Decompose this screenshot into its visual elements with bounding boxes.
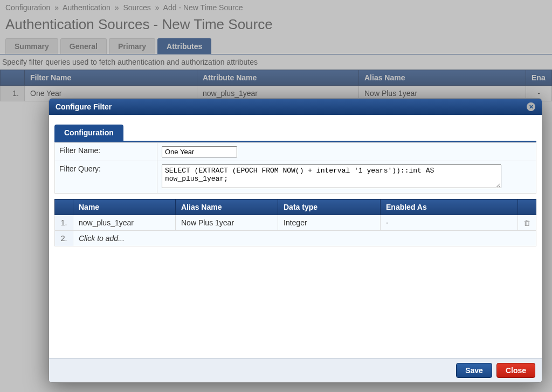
- crumb-sep: »: [155, 3, 160, 12]
- tab-description: Specify filter queries used to fetch aut…: [0, 54, 552, 70]
- crumb-sources[interactable]: Sources: [123, 3, 150, 12]
- crumb-configuration[interactable]: Configuration: [5, 3, 50, 12]
- filter-name-input[interactable]: [162, 146, 237, 157]
- col-name: Name: [73, 200, 176, 215]
- close-icon[interactable]: ✕: [527, 102, 535, 111]
- attribute-row[interactable]: 1. now_plus_1year Now Plus 1year Integer…: [55, 215, 536, 231]
- main-tabbar: Summary General Primary Attributes: [0, 38, 552, 54]
- col-enabled: Enabled As: [381, 200, 518, 215]
- col-enabled-as: Ena: [526, 70, 552, 86]
- dialog-body: Configuration Filter Name: Filter Query:: [49, 115, 542, 358]
- dialog-tabbar: Configuration: [54, 125, 536, 142]
- cell-alias: Now Plus 1year: [176, 215, 278, 231]
- crumb-sep: »: [115, 3, 119, 12]
- col-actions: [518, 200, 536, 215]
- page-title: Authentication Sources - New Time Source: [0, 13, 552, 38]
- col-alias-name: Alias Name: [359, 70, 526, 86]
- tab-attributes[interactable]: Attributes: [157, 38, 211, 54]
- filter-query-label: Filter Query:: [55, 161, 157, 194]
- cell-enabled: -: [381, 215, 518, 231]
- cell-name: now_plus_1year: [73, 215, 176, 231]
- tab-general[interactable]: General: [60, 38, 107, 54]
- close-button[interactable]: Close: [496, 363, 535, 378]
- crumb-current: Add - New Time Source: [163, 3, 243, 12]
- col-num: [55, 200, 73, 215]
- col-filter-name: Filter Name: [25, 70, 197, 86]
- col-alias: Alias Name: [176, 200, 278, 215]
- cell-dtype: Integer: [278, 215, 381, 231]
- save-button[interactable]: Save: [456, 363, 492, 378]
- trash-icon[interactable]: 🗑: [523, 219, 530, 227]
- row-num: 2.: [55, 231, 73, 246]
- dialog-header: Configure Filter ✕: [49, 99, 542, 115]
- dialog-title: Configure Filter: [56, 102, 112, 111]
- filter-query-textarea[interactable]: [162, 164, 501, 188]
- col-dtype: Data type: [278, 200, 381, 215]
- configure-filter-dialog: Configure Filter ✕ Configuration Filter …: [49, 98, 542, 383]
- add-attribute-row[interactable]: 2. Click to add...: [55, 231, 536, 246]
- col-attribute-name: Attribute Name: [197, 70, 359, 86]
- dialog-footer: Save Close: [49, 358, 542, 382]
- crumb-sep: »: [54, 3, 59, 12]
- click-to-add-label[interactable]: Click to add...: [73, 231, 536, 246]
- col-num: [1, 70, 25, 86]
- tab-primary[interactable]: Primary: [109, 38, 155, 54]
- filters-table: Filter Name Attribute Name Alias Name En…: [0, 70, 552, 101]
- row-num: 1.: [55, 215, 73, 231]
- tab-configuration[interactable]: Configuration: [54, 125, 123, 141]
- attributes-table: Name Alias Name Data type Enabled As 1. …: [54, 199, 536, 246]
- filter-name-label: Filter Name:: [55, 143, 157, 161]
- row-num: 1.: [1, 86, 25, 101]
- tab-summary[interactable]: Summary: [5, 38, 58, 54]
- breadcrumb: Configuration » Authentication » Sources…: [0, 0, 552, 13]
- filter-form: Filter Name: Filter Query:: [54, 142, 536, 194]
- crumb-authentication[interactable]: Authentication: [63, 3, 111, 12]
